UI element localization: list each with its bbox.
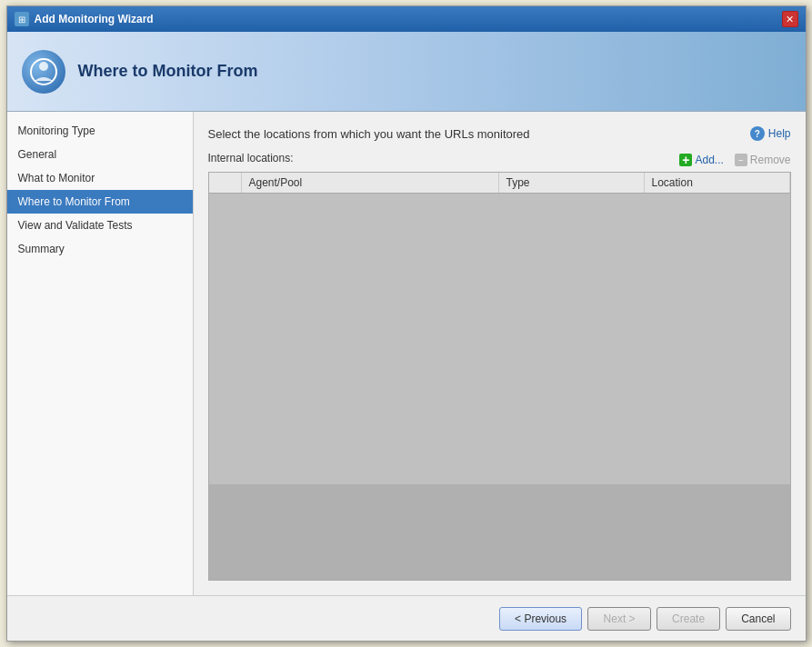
sidebar-item-general[interactable]: General bbox=[7, 143, 193, 166]
title-bar-left: ⊞ Add Monitoring Wizard bbox=[15, 12, 154, 26]
internal-locations-label: Internal locations: bbox=[208, 152, 294, 164]
window-title: Add Monitoring Wizard bbox=[35, 13, 154, 25]
wizard-header-icon bbox=[22, 50, 65, 94]
previous-button[interactable]: < Previous bbox=[499, 607, 582, 631]
create-button[interactable]: Create bbox=[657, 607, 720, 631]
main-header: Select the locations from which you want… bbox=[208, 126, 791, 141]
help-label: Help bbox=[768, 127, 791, 140]
help-icon: ? bbox=[750, 126, 765, 141]
cancel-button[interactable]: Cancel bbox=[726, 607, 790, 631]
instruction-text: Select the locations from which you want… bbox=[208, 127, 530, 141]
svg-point-1 bbox=[39, 62, 48, 71]
col-check-header bbox=[209, 173, 242, 193]
sidebar-item-summary[interactable]: Summary bbox=[7, 237, 193, 261]
table-header: Agent/Pool Type Location bbox=[209, 173, 790, 194]
wizard-body: Monitoring Type General What to Monitor … bbox=[7, 112, 806, 595]
table-body bbox=[209, 194, 790, 484]
col-agent-header: Agent/Pool bbox=[242, 173, 499, 193]
close-button[interactable]: ✕ bbox=[782, 11, 798, 27]
main-content: Select the locations from which you want… bbox=[194, 112, 806, 595]
wizard-page-title: Where to Monitor From bbox=[78, 62, 258, 81]
help-link[interactable]: ? Help bbox=[750, 126, 791, 141]
sidebar: Monitoring Type General What to Monitor … bbox=[7, 112, 194, 595]
wizard-footer: < Previous Next > Create Cancel bbox=[7, 595, 806, 641]
next-button[interactable]: Next > bbox=[587, 607, 651, 631]
remove-button: − Remove bbox=[735, 154, 791, 166]
remove-icon: − bbox=[735, 154, 747, 166]
add-button[interactable]: + Add... bbox=[679, 154, 723, 166]
add-icon: + bbox=[679, 154, 692, 166]
table-toolbar: Internal locations: + Add... − Remove bbox=[208, 152, 791, 168]
sidebar-item-view-validate[interactable]: View and Validate Tests bbox=[7, 214, 193, 237]
data-table: Agent/Pool Type Location bbox=[208, 172, 791, 581]
wizard-window: ⊞ Add Monitoring Wizard ✕ Where to Monit… bbox=[6, 5, 807, 642]
remove-label: Remove bbox=[750, 154, 791, 166]
sidebar-item-where-to-monitor[interactable]: Where to Monitor From bbox=[7, 190, 193, 214]
add-label: Add... bbox=[695, 154, 723, 166]
sidebar-item-what-to-monitor[interactable]: What to Monitor bbox=[7, 166, 193, 190]
wizard-header: Where to Monitor From bbox=[7, 32, 806, 112]
title-bar: ⊞ Add Monitoring Wizard ✕ bbox=[7, 6, 806, 32]
sidebar-item-monitoring-type[interactable]: Monitoring Type bbox=[7, 119, 193, 143]
col-location-header: Location bbox=[645, 173, 790, 193]
window-icon: ⊞ bbox=[15, 12, 29, 26]
col-type-header: Type bbox=[499, 173, 645, 193]
